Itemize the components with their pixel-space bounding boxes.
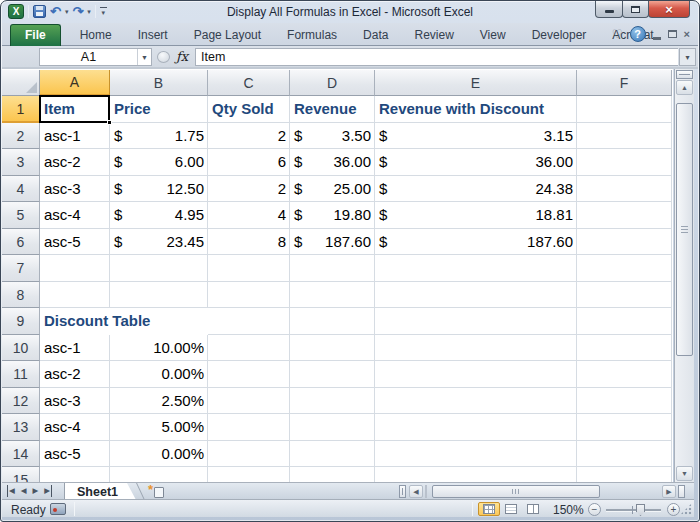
row-header-5[interactable]: 5 bbox=[2, 202, 40, 229]
vertical-split-handle[interactable] bbox=[676, 70, 693, 79]
row-header-3[interactable]: 3 bbox=[2, 149, 40, 176]
insert-worksheet-icon[interactable]: * bbox=[148, 485, 164, 498]
scroll-left-button[interactable]: ◀ bbox=[409, 485, 423, 498]
sheet-tab-sheet1[interactable]: Sheet1 bbox=[64, 483, 136, 500]
scroll-up-button[interactable]: ▲ bbox=[676, 80, 693, 95]
tab-view[interactable]: View bbox=[467, 25, 519, 46]
cell-a10[interactable]: asc-1 bbox=[40, 335, 110, 362]
cell-e3[interactable]: $36.00 bbox=[375, 149, 577, 176]
workbook-minimize-icon[interactable] bbox=[653, 37, 661, 40]
cell-d1[interactable]: Revenue bbox=[290, 96, 375, 123]
column-header-a[interactable]: A bbox=[40, 70, 110, 96]
cell-c2[interactable]: 2 bbox=[208, 123, 290, 150]
cell-b2[interactable]: $1.75 bbox=[110, 123, 208, 150]
cell-b12[interactable]: 2.50% bbox=[110, 388, 208, 415]
fill-handle[interactable] bbox=[107, 120, 112, 125]
name-box[interactable]: A1 ▼ bbox=[39, 48, 152, 66]
tab-file[interactable]: File bbox=[10, 24, 61, 46]
cell-d6[interactable]: $187.60 bbox=[290, 229, 375, 256]
row-header-4[interactable]: 4 bbox=[2, 176, 40, 202]
cell-a11[interactable]: asc-2 bbox=[40, 361, 110, 388]
cell-a3[interactable]: asc-2 bbox=[40, 149, 110, 176]
page-break-view-button[interactable] bbox=[522, 502, 544, 516]
cell-c3[interactable]: 6 bbox=[208, 149, 290, 176]
help-button[interactable]: ? bbox=[630, 26, 646, 42]
row-header-14[interactable]: 14 bbox=[2, 441, 40, 467]
heart-icon[interactable]: ♡ bbox=[612, 28, 623, 40]
insert-function-icon[interactable]: ƒx bbox=[176, 49, 188, 64]
cell-e4[interactable]: $24.38 bbox=[375, 176, 577, 203]
cell-b3[interactable]: $6.00 bbox=[110, 149, 208, 176]
row-header-12[interactable]: 12 bbox=[2, 388, 40, 414]
cell-a9[interactable]: Discount Table bbox=[40, 308, 208, 335]
tab-page-layout[interactable]: Page Layout bbox=[181, 25, 274, 46]
page-layout-view-button[interactable] bbox=[500, 502, 522, 516]
cell-d5[interactable]: $19.80 bbox=[290, 202, 375, 229]
scroll-down-button[interactable]: ▼ bbox=[676, 466, 693, 481]
cell-a5[interactable]: asc-4 bbox=[40, 202, 110, 229]
zoom-level-label[interactable]: 150% bbox=[553, 503, 584, 517]
cell-b10[interactable]: 10.00% bbox=[110, 335, 208, 362]
column-header-b[interactable]: B bbox=[110, 70, 208, 96]
row-header-11[interactable]: 11 bbox=[2, 361, 40, 388]
tab-formulas[interactable]: Formulas bbox=[274, 25, 350, 46]
cell-d4[interactable]: $25.00 bbox=[290, 176, 375, 203]
cell-b6[interactable]: $23.45 bbox=[110, 229, 208, 256]
cell-b4[interactable]: $12.50 bbox=[110, 176, 208, 203]
horizontal-scroll-thumb[interactable] bbox=[432, 485, 600, 498]
tab-data[interactable]: Data bbox=[350, 25, 401, 46]
cell-b1[interactable]: Price bbox=[110, 96, 208, 123]
row-header-1[interactable]: 1 bbox=[2, 96, 40, 123]
tab-developer[interactable]: Developer bbox=[519, 25, 600, 46]
row-header-10[interactable]: 10 bbox=[2, 335, 40, 361]
zoom-slider-track[interactable] bbox=[606, 509, 661, 511]
minimize-button[interactable] bbox=[595, 1, 623, 18]
row-header-6[interactable]: 6 bbox=[2, 229, 40, 255]
cell-c5[interactable]: 4 bbox=[208, 202, 290, 229]
column-header-f[interactable]: F bbox=[577, 70, 672, 96]
column-header-d[interactable]: D bbox=[290, 70, 375, 96]
row-header-8[interactable]: 8 bbox=[2, 282, 40, 308]
cell-a6[interactable]: asc-5 bbox=[40, 229, 110, 256]
cell-b14[interactable]: 0.00% bbox=[110, 441, 208, 468]
formula-bar-splitter-icon[interactable] bbox=[157, 51, 170, 63]
horizontal-scroll-track[interactable] bbox=[425, 485, 427, 498]
row-header-13[interactable]: 13 bbox=[2, 414, 40, 441]
formula-input[interactable]: Item bbox=[195, 48, 678, 66]
tab-review[interactable]: Review bbox=[401, 25, 466, 46]
normal-view-button[interactable] bbox=[478, 502, 500, 516]
tab-home[interactable]: Home bbox=[67, 25, 125, 46]
cell-a12[interactable]: asc-3 bbox=[40, 388, 110, 415]
vertical-scrollbar[interactable]: ▲ ▼ bbox=[674, 69, 694, 482]
cell-d2[interactable]: $3.50 bbox=[290, 123, 375, 150]
cell-c6[interactable]: 8 bbox=[208, 229, 290, 256]
close-button[interactable]: × bbox=[648, 1, 690, 18]
column-header-e[interactable]: E bbox=[375, 70, 577, 96]
tab-split-handle[interactable] bbox=[399, 485, 406, 498]
row-header-15[interactable]: 15 bbox=[2, 467, 40, 482]
cell-a4[interactable]: asc-3 bbox=[40, 176, 110, 203]
row-header-2[interactable]: 2 bbox=[2, 123, 40, 149]
zoom-out-button[interactable]: − bbox=[588, 503, 601, 516]
cell-d3[interactable]: $36.00 bbox=[290, 149, 375, 176]
scroll-right-button[interactable]: ▶ bbox=[662, 485, 676, 498]
zoom-in-button[interactable]: + bbox=[667, 503, 680, 516]
cell-a14[interactable]: asc-5 bbox=[40, 441, 110, 468]
first-sheet-icon[interactable]: ◀ bbox=[7, 485, 15, 497]
cell-e6[interactable]: $187.60 bbox=[375, 229, 577, 256]
cell-b13[interactable]: 5.00% bbox=[110, 414, 208, 441]
restore-button[interactable] bbox=[622, 1, 649, 18]
column-header-c[interactable]: C bbox=[208, 70, 290, 96]
horizontal-split-handle[interactable] bbox=[678, 485, 685, 498]
cell-e2[interactable]: $3.15 bbox=[375, 123, 577, 150]
row-header-7[interactable]: 7 bbox=[2, 255, 40, 282]
workbook-close-icon[interactable]: × bbox=[684, 27, 690, 41]
vertical-scroll-thumb[interactable] bbox=[676, 103, 693, 356]
cell-a13[interactable]: asc-4 bbox=[40, 414, 110, 441]
macro-record-icon[interactable] bbox=[50, 503, 66, 515]
cell-e5[interactable]: $18.81 bbox=[375, 202, 577, 229]
tab-insert[interactable]: Insert bbox=[125, 25, 181, 46]
name-box-dropdown-icon[interactable]: ▼ bbox=[137, 49, 151, 65]
cell-c4[interactable]: 2 bbox=[208, 176, 290, 203]
row-header-9[interactable]: 9 bbox=[2, 308, 40, 335]
